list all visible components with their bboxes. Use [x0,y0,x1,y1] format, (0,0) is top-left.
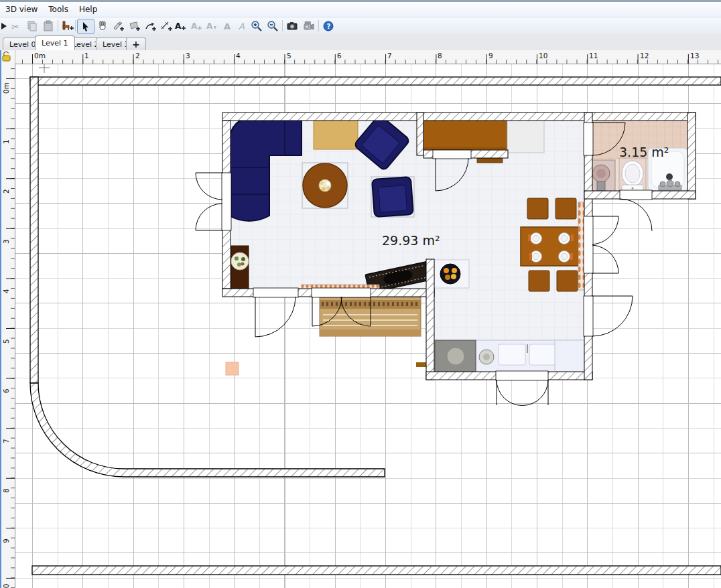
plant [231,252,249,270]
svg-text:?: ? [327,23,331,30]
ruler-label: 10 [2,584,10,588]
kitchen-counter[interactable] [435,340,588,373]
dining-table[interactable] [521,227,578,266]
armchair-2[interactable] [372,177,413,217]
menu-help[interactable]: Help [74,3,103,16]
menu-bar: 3D view Tools Help [0,2,721,17]
ruler-label: 6 [337,52,342,60]
ruler-label: 8 [438,52,442,60]
svg-text:A: A [206,21,213,31]
ruler-label: 9 [2,538,10,543]
bookshelf[interactable] [231,246,249,293]
toggle-italic-button[interactable]: A [235,19,249,33]
lock-icon[interactable] [0,50,13,62]
toolbar-separator [75,20,76,31]
toilet[interactable] [619,158,646,192]
enlarge-text-button[interactable]: A [189,19,204,33]
svg-text:✂: ✂ [11,21,19,32]
tab-level-1[interactable]: Level 1 [35,35,75,50]
sink-basin-2 [529,344,556,365]
ruler-label: 5 [287,52,291,60]
level-tabs-bar: Level 0 Level 1 Level 2 Level 3 + [0,34,721,51]
ruler-label: 13 [690,52,699,60]
ruler-label: 3 [2,239,10,244]
create-dimensions-button[interactable] [159,19,174,33]
paste-button[interactable] [41,19,56,33]
reduce-text-button[interactable]: A [204,19,219,33]
zoom-out-button[interactable] [265,19,280,33]
pan-tool-button[interactable] [95,19,110,33]
vertical-ruler: 0m 1 2 3 4 5 6 7 8 9 10 [0,64,15,588]
ruler-label: 7 [387,52,392,60]
add-level-tab[interactable]: + [126,38,146,50]
ruler-label: 6 [2,388,10,393]
panel-focus-edge [0,50,1,588]
sink-basin-1 [499,344,525,365]
menu-3d-view[interactable]: 3D view [0,3,43,16]
ruler-label: 7 [2,439,10,443]
ruler-label: 11 [589,52,598,60]
toolbar-separator [282,20,283,31]
burner [447,348,464,365]
zoom-in-button[interactable] [249,19,264,33]
coffee-table[interactable] [303,163,347,208]
pink-marker[interactable] [226,362,239,375]
ruler-label: 2 [2,189,10,194]
create-polylines-button[interactable] [143,19,158,33]
help-button[interactable]: ? [321,19,336,33]
add-furniture-button[interactable] [60,19,75,33]
ruler-corner [0,50,15,64]
svg-text:A: A [239,21,245,31]
ruler-label: 1 [84,52,89,60]
toolbar-separator [318,20,319,31]
sideboard[interactable] [314,118,358,149]
select-tool-button[interactable] [77,19,94,34]
create-rooms-button[interactable] [127,19,142,33]
origin-marker [39,64,50,73]
menu-tools[interactable]: Tools [43,3,74,16]
ruler-label: 0m [34,52,46,60]
ruler-label: 2 [135,52,140,60]
ruler-label: 3 [186,52,190,60]
toolbar-separator [58,20,58,31]
living-area-label: 29.93 m² [382,233,440,248]
ruler-label: 12 [640,52,649,60]
dishwasher[interactable] [555,340,588,373]
ruler-label: 1 [2,139,10,144]
ruler-label: 0m [2,82,10,94]
svg-text:A: A [224,21,231,31]
flower-centerpiece [319,179,331,192]
horizontal-ruler: 0m 1 2 3 4 5 6 7 8 9 10 11 12 13 [15,50,721,64]
ruler-label: 5 [2,339,10,344]
svg-text:A: A [191,21,198,31]
shower-drain [666,173,673,180]
svg-text:A: A [175,21,182,31]
floor-plan-drawing[interactable]: 29.93 m² 3.15 m² [0,0,721,588]
cut-button[interactable]: ✂ [9,19,23,33]
toggle-bold-button[interactable]: A [220,19,235,33]
bathroom-area-label: 3.15 m² [619,145,669,159]
ruler-label: 4 [236,52,241,60]
toolbar: ✂ [0,17,721,35]
ruler-label: 10 [539,52,547,60]
create-video-button[interactable] [302,19,316,33]
ruler-label: 8 [2,488,10,493]
ruler-label: 4 [2,289,10,293]
create-photo-button[interactable] [285,19,300,33]
copy-button[interactable] [25,19,40,33]
add-texts-button[interactable]: A [173,19,188,33]
create-walls-button[interactable] [111,19,126,33]
side-table-fruit[interactable] [434,260,469,288]
bathroom-sink[interactable] [589,160,615,192]
ruler-label: 9 [488,52,493,60]
